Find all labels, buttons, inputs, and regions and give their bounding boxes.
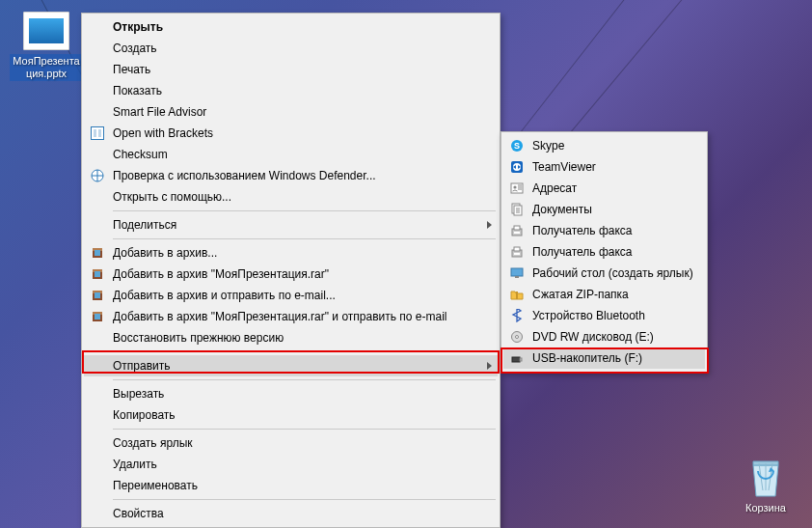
svg-point-34 [516, 336, 519, 339]
menu-add-rar-and-email[interactable]: Добавить в архив "МояПрезентация.rar" и … [84, 306, 498, 327]
teamviewer-icon [507, 160, 527, 174]
svg-rect-1 [94, 129, 96, 137]
fax-icon [507, 245, 527, 259]
menu-create-shortcut[interactable]: Создать ярлык [84, 432, 498, 454]
svg-rect-35 [512, 357, 520, 362]
presentation-file-icon [23, 12, 69, 50]
usb-drive-icon [507, 351, 527, 365]
menu-copy[interactable]: Копировать [84, 404, 498, 426]
menu-smart-file-advisor[interactable]: Smart File Advisor [84, 101, 498, 123]
desktop-icon [507, 266, 527, 280]
winrar-icon [88, 289, 107, 302]
menu-open-with[interactable]: Открыть с помощью... [84, 186, 498, 208]
sendto-skype[interactable]: SSkype [503, 135, 705, 156]
defender-icon [88, 169, 107, 182]
sendto-desktop-shortcut[interactable]: Рабочий стол (создать ярлык) [503, 263, 705, 284]
svg-rect-25 [514, 226, 520, 230]
svg-text:S: S [514, 141, 520, 151]
separator [113, 379, 496, 380]
documents-icon [507, 203, 527, 216]
svg-rect-0 [92, 127, 104, 140]
separator [113, 499, 496, 500]
svg-rect-2 [98, 129, 101, 137]
contact-icon [507, 181, 527, 195]
menu-restore-previous[interactable]: Восстановить прежнюю версию [84, 327, 498, 348]
menu-show[interactable]: Показать [84, 80, 498, 101]
svg-rect-26 [514, 232, 520, 234]
recycle-bin[interactable]: Корзина [729, 454, 802, 514]
svg-rect-29 [514, 253, 520, 255]
menu-add-to-archive[interactable]: Добавить в архив... [84, 242, 498, 264]
chevron-right-icon [487, 362, 492, 370]
context-menu: Открыть Создать Печать Показать Smart Fi… [81, 13, 501, 528]
chevron-right-icon [487, 221, 492, 229]
bluetooth-icon [507, 309, 527, 322]
recycle-bin-label: Корзина [729, 502, 802, 514]
sendto-dvd-rw[interactable]: DVD RW дисковод (E:) [503, 326, 705, 347]
svg-rect-30 [511, 268, 523, 276]
sendto-teamviewer[interactable]: TeamViewer [503, 156, 705, 178]
recycle-bin-icon [745, 454, 786, 500]
winrar-icon [88, 267, 107, 281]
svg-rect-36 [520, 358, 522, 361]
sendto-bluetooth[interactable]: Устройство Bluetooth [503, 305, 705, 326]
svg-rect-32 [516, 292, 518, 299]
svg-rect-9 [95, 271, 100, 277]
svg-rect-12 [95, 292, 100, 298]
menu-delete[interactable]: Удалить [84, 454, 498, 475]
skype-icon: S [507, 139, 527, 153]
separator [113, 210, 496, 211]
winrar-icon [88, 246, 107, 260]
zip-icon [507, 288, 527, 301]
sendto-zip-folder[interactable]: Сжатая ZIP-папка [503, 284, 705, 305]
svg-rect-6 [95, 250, 100, 256]
sendto-fax-recipient-1[interactable]: Получатель факса [503, 220, 705, 241]
menu-share[interactable]: Поделиться [84, 214, 498, 236]
menu-create[interactable]: Создать [84, 38, 498, 59]
menu-send-to[interactable]: Отправить [84, 355, 498, 376]
separator [113, 429, 496, 430]
menu-open[interactable]: Открыть [84, 16, 498, 38]
menu-open-with-brackets[interactable]: Open with Brackets [84, 123, 498, 144]
svg-point-21 [513, 185, 516, 188]
separator [113, 238, 496, 239]
dvd-drive-icon [507, 330, 527, 344]
svg-rect-28 [514, 247, 520, 251]
sendto-usb-drive[interactable]: USB-накопитель (F:) [503, 347, 705, 369]
fax-icon [507, 224, 527, 237]
winrar-icon [88, 310, 107, 323]
svg-rect-15 [95, 314, 100, 320]
sendto-documents[interactable]: Документы [503, 199, 705, 220]
menu-rename[interactable]: Переименовать [84, 475, 498, 496]
separator [113, 351, 496, 352]
sendto-fax-recipient-2[interactable]: Получатель факса [503, 241, 705, 263]
menu-checksum[interactable]: Checksum [84, 144, 498, 165]
send-to-submenu: SSkype TeamViewer Адресат Документы Полу… [501, 131, 708, 373]
menu-cut[interactable]: Вырезать [84, 383, 498, 404]
sendto-contact[interactable]: Адресат [503, 178, 705, 199]
menu-print[interactable]: Печать [84, 59, 498, 80]
file-icon[interactable]: МояПрезентация.pptx [10, 12, 83, 81]
file-label: МояПрезентация.pptx [10, 54, 83, 81]
menu-defender-scan[interactable]: Проверка с использованием Windows Defend… [84, 165, 498, 186]
svg-rect-31 [515, 276, 519, 278]
menu-properties[interactable]: Свойства [84, 503, 498, 524]
menu-add-to-rar[interactable]: Добавить в архив "МояПрезентация.rar" [84, 264, 498, 285]
menu-add-and-email[interactable]: Добавить в архив и отправить по e-mail..… [84, 285, 498, 306]
brackets-icon [88, 126, 107, 140]
